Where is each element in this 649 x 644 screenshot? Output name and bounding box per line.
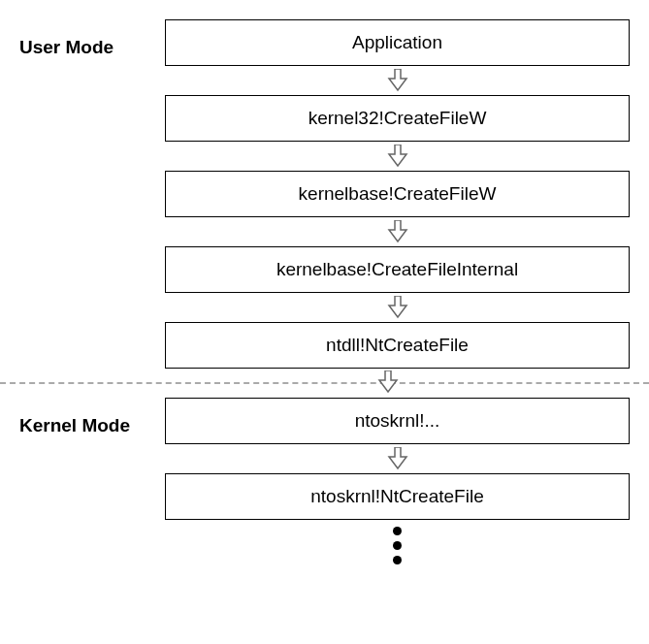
user-mode-row-3: . kernelbase!CreateFileW (19, 171, 630, 217)
arrow-6 (19, 444, 630, 473)
box-ntoskrnl-ntcreatefile: ntoskrnl!NtCreateFile (165, 473, 630, 520)
arrow-4 (19, 293, 630, 322)
kernel-mode-label: Kernel Mode (19, 405, 146, 436)
arrow-1 (19, 66, 630, 95)
user-mode-row-5: . ntdll!NtCreateFile (19, 322, 630, 369)
vertical-ellipsis-icon (393, 523, 402, 564)
down-arrow-icon (165, 444, 630, 473)
kernel-mode-row-2: . ntoskrnl!NtCreateFile (19, 473, 630, 520)
box-ntdll-ntcreatefile: ntdll!NtCreateFile (165, 322, 630, 369)
user-mode-row-1: User Mode Application (19, 19, 630, 66)
box-kernelbase-createfileinternal: kernelbase!CreateFileInternal (165, 246, 630, 293)
arrow-2 (19, 142, 630, 171)
continuation-dots (19, 520, 630, 567)
arrow-3 (19, 217, 630, 246)
box-kernel32-createfilew: kernel32!CreateFileW (165, 95, 630, 142)
box-kernelbase-createfilew: kernelbase!CreateFileW (165, 171, 630, 217)
down-arrow-icon (165, 66, 630, 95)
box-application: Application (165, 19, 630, 66)
down-arrow-icon (165, 142, 630, 171)
kernel-mode-row-1: Kernel Mode ntoskrnl!... (19, 398, 630, 444)
box-ntoskrnl-ellipsis: ntoskrnl!... (165, 398, 630, 444)
mode-divider (0, 369, 649, 398)
user-mode-label: User Mode (19, 27, 146, 58)
down-arrow-icon (165, 217, 630, 246)
down-arrow-icon (165, 293, 630, 322)
user-mode-row-4: . kernelbase!CreateFileInternal (19, 246, 630, 293)
down-arrow-icon (0, 370, 649, 394)
user-mode-row-2: . kernel32!CreateFileW (19, 95, 630, 142)
